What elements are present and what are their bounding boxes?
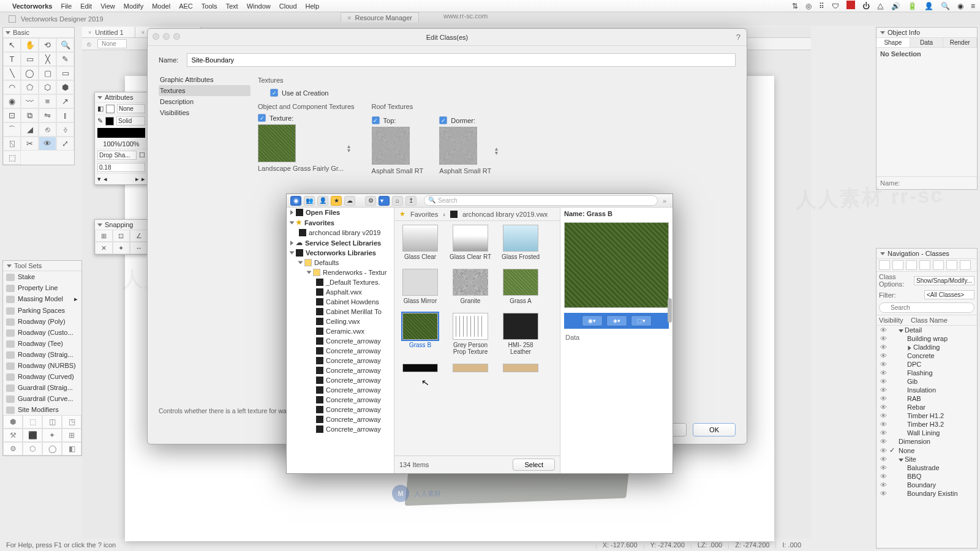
line-weight[interactable]: 0.18 [97, 163, 145, 172]
class-row[interactable]: 👁Timber H3.2 [876, 420, 977, 429]
nav-btn[interactable] [906, 260, 917, 270]
snap-grid-btn[interactable]: ⊞ [95, 230, 113, 242]
help-icon[interactable]: ? [736, 32, 741, 42]
scrollbar-thumb[interactable] [668, 298, 672, 323]
tool-connect[interactable]: ⤢ [56, 137, 74, 151]
rb-tree-file[interactable]: Concrete_arroway [287, 414, 394, 424]
arrow-end[interactable]: ▸ [141, 175, 145, 183]
class-row[interactable]: 👁Timber H1.2 [876, 411, 977, 420]
rb-tree-file[interactable]: Ceramic.vwx [287, 326, 394, 336]
toolset-item[interactable]: Property Line [3, 282, 81, 293]
tool-chamfer[interactable]: ◢ [21, 122, 39, 137]
app-menu[interactable]: Vectorworks [12, 2, 52, 10]
arrow-prev[interactable]: ◂ [104, 175, 107, 183]
tool-oval[interactable]: ◯ [21, 66, 39, 80]
tool-text[interactable]: T [3, 52, 21, 66]
snap-angle-btn[interactable]: ∠ [130, 230, 148, 242]
rb-tree-file[interactable]: Cabinet Merillat To [287, 307, 394, 317]
disclose-icon[interactable] [880, 31, 885, 34]
tool-symbol[interactable]: ⬚ [3, 151, 21, 165]
twist-icon[interactable] [307, 271, 312, 274]
visibility-icon[interactable]: 👁 [879, 464, 888, 471]
arrow-next[interactable]: ▸ [135, 175, 139, 183]
tool-2dline[interactable]: ╲ [3, 66, 21, 80]
rb-collapse-icon[interactable]: » [660, 197, 669, 204]
traffic-min[interactable] [163, 33, 170, 40]
tool-poly[interactable]: ⬠ [21, 80, 39, 94]
tool-fillet[interactable]: ⌒ [3, 122, 21, 137]
visibility-icon[interactable]: 👁 [879, 395, 888, 402]
rb-tree-file[interactable]: Concrete_arroway [287, 424, 394, 434]
spotlight-icon[interactable]: 🔍 [941, 2, 950, 10]
toolset-item[interactable]: Guardrail (Curve... [3, 393, 81, 404]
menu-modify[interactable]: Modify [124, 2, 143, 10]
toolset-item[interactable]: Roadway (Straig... [3, 349, 81, 360]
class-row[interactable]: 👁Rebar [876, 403, 977, 411]
status-icon[interactable]: ◎ [805, 2, 812, 10]
rb-tree[interactable]: Open Files ★Favorites archoncad library … [287, 208, 394, 473]
visibility-icon[interactable]: 👁 [879, 473, 888, 480]
dormer-stepper[interactable]: ▴▾ [495, 146, 498, 155]
visibility-icon[interactable]: 👁 [879, 447, 888, 454]
class-row[interactable]: 👁DPC [876, 360, 977, 369]
palette-toggle[interactable] [9, 15, 16, 23]
rb-tree-item[interactable]: archoncad library v2019 [287, 228, 394, 238]
visibility-icon[interactable]: 👁 [879, 429, 888, 437]
nav-btn[interactable] [879, 260, 890, 270]
disclose-icon[interactable] [880, 252, 885, 255]
select-button[interactable]: Select [513, 459, 555, 471]
rb-item[interactable]: Granite [448, 269, 492, 304]
tool-pan[interactable]: ✋ [21, 38, 39, 52]
snap-obj-btn[interactable]: ⊡ [113, 230, 130, 242]
menu-view[interactable]: View [100, 2, 115, 10]
tool-mirror[interactable]: ⇋ [39, 108, 56, 122]
tool-line[interactable]: ╳ [39, 52, 56, 66]
rb-tree-file[interactable]: Concrete_arroway [287, 385, 394, 395]
rb-item[interactable]: Glass Clear [398, 225, 442, 260]
toolset-item[interactable]: Roadway (Tee) [3, 338, 81, 349]
rb-tree-file[interactable]: Asphalt.vwx [287, 287, 394, 297]
tool-zoom[interactable]: 🔍 [56, 38, 74, 52]
preview-ctrl[interactable]: ◈▾ [606, 315, 627, 326]
section-description[interactable]: Description [159, 96, 251, 107]
toolset-item[interactable]: Roadway (Curved) [3, 371, 81, 382]
rb-scope-user-icon[interactable]: 👤 [317, 196, 328, 206]
dormer-texture-swatch[interactable] [439, 127, 477, 165]
rb-thumb[interactable] [503, 225, 538, 252]
class-row[interactable]: 👁Cladding [876, 343, 977, 351]
doc-tab-1[interactable]: ×Untitled 1 [82, 27, 135, 37]
toolset-icon[interactable]: ⬛ [23, 429, 42, 442]
rb-item[interactable]: Glass Frosted [499, 225, 543, 260]
tool-callout[interactable]: ✎ [56, 52, 74, 66]
menu-cloud[interactable]: Cloud [279, 2, 297, 10]
top-checkbox[interactable]: ✓ [372, 116, 380, 124]
rb-thumb[interactable] [402, 313, 438, 340]
volume-icon[interactable]: 🔊 [891, 2, 900, 10]
visibility-icon[interactable]: 👁 [879, 386, 888, 394]
status-icon[interactable]: ⠿ [819, 2, 824, 10]
rb-tree-file[interactable]: Concrete_arroway [287, 336, 394, 346]
visibility-icon[interactable]: 👁 [879, 335, 888, 342]
class-row[interactable]: 👁Wall Lining [876, 429, 977, 437]
class-options-select[interactable]: Show/Snap/Modify... [914, 276, 974, 285]
close-icon[interactable]: × [141, 29, 145, 36]
visibility-icon[interactable]: 👁 [879, 378, 888, 385]
class-row[interactable]: 👁Balustrade [876, 463, 977, 472]
status-icon[interactable]: 🛡 [832, 2, 839, 10]
top-texture-swatch[interactable] [372, 127, 410, 165]
rb-tree-file[interactable]: Concrete_arroway [287, 395, 394, 405]
rb-thumb[interactable] [402, 225, 438, 252]
battery-icon[interactable]: 🔋 [908, 2, 917, 10]
tool-reshape[interactable]: ⧉ [21, 108, 39, 122]
toolset-icon[interactable]: ✦ [42, 429, 62, 442]
toolset-item[interactable]: Roadway (Custo... [3, 327, 81, 338]
toolset-icon[interactable]: ⚙ [3, 442, 23, 455]
toolset-item[interactable]: Stake [3, 271, 81, 282]
class-row[interactable]: 👁Detail [876, 326, 977, 334]
class-filter-select[interactable]: <All Classes> [924, 290, 974, 299]
rb-thumb[interactable] [453, 269, 488, 296]
disclose-icon[interactable] [97, 96, 102, 99]
visibility-icon[interactable]: 👁 [879, 369, 888, 377]
tool-spiral[interactable]: ◉ [3, 94, 21, 108]
tool-rrect[interactable]: ▢ [39, 66, 56, 80]
